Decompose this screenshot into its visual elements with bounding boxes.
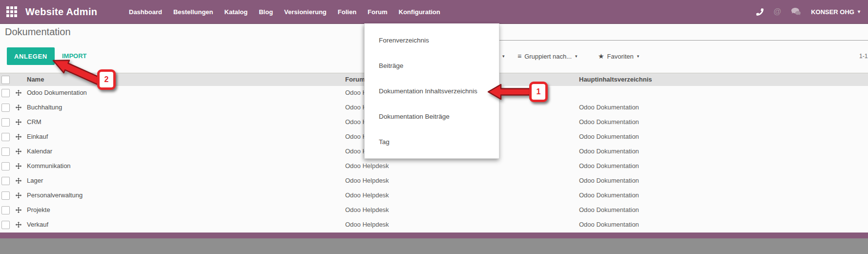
row-checkbox[interactable] <box>1 177 10 185</box>
drag-handle-icon[interactable] <box>15 163 22 169</box>
row-checkbox[interactable] <box>1 89 10 97</box>
cell-name: Buchhaltung <box>27 100 62 115</box>
cell-name: Lager <box>27 173 43 188</box>
row-checkbox[interactable] <box>1 104 10 112</box>
menu-lines-icon: ≡ <box>517 52 521 60</box>
main-nav: DashboardBestellungenKatalogBlogVersioni… <box>129 0 440 23</box>
table-row[interactable]: Personalverwaltung Odoo Helpdesk Odoo Do… <box>0 188 868 203</box>
forum-dropdown-menu: ForenverzeichnisBeiträgeDokumentation In… <box>364 23 499 159</box>
cell-name: Kalendar <box>27 144 52 159</box>
row-checkbox[interactable] <box>1 191 10 200</box>
table-row[interactable]: Lager Odoo Helpdesk Odoo Dokumentation <box>0 173 868 188</box>
cell-main-toc: Odoo Dokumentation <box>579 100 639 115</box>
cell-forum: Odoo Helpdesk <box>345 159 389 173</box>
cell-forum: Odoo Helpdesk <box>345 173 389 188</box>
cell-main-toc: Odoo Dokumentation <box>579 144 639 159</box>
cell-main-toc: Odoo Dokumentation <box>579 203 639 217</box>
cell-name: Odoo Dokumentation <box>27 85 87 100</box>
drag-handle-icon[interactable] <box>15 192 22 199</box>
menu-item-dokumentation-inhaltsverzeichnis[interactable]: Dokumentation Inhaltsverzeichnis <box>365 78 499 104</box>
chevron-down-icon: ▾ <box>637 54 640 59</box>
menu-item-tag[interactable]: Tag <box>365 129 499 154</box>
column-header-main-toc[interactable]: Hauptinhaltsverzeichnis <box>579 73 652 86</box>
menu-item-beitr-ge[interactable]: Beiträge <box>365 53 499 78</box>
nav-item-bestellungen[interactable]: Bestellungen <box>173 8 213 16</box>
menu-item-forenverzeichnis[interactable]: Forenverzeichnis <box>365 27 499 53</box>
row-checkbox[interactable] <box>1 206 10 214</box>
drag-handle-icon[interactable] <box>15 221 22 228</box>
row-checkbox[interactable] <box>1 118 10 127</box>
table-row[interactable]: Kommunikation Odoo Helpdesk Odoo Dokumen… <box>0 159 868 173</box>
search-input[interactable] <box>434 23 868 41</box>
import-link[interactable]: IMPORT <box>62 52 87 60</box>
nav-item-dashboard[interactable]: Dashboard <box>129 8 162 16</box>
drag-handle-icon[interactable] <box>15 148 22 155</box>
cell-name: Kommunikation <box>27 159 71 173</box>
chevron-down-icon: ▾ <box>858 9 860 14</box>
grid-3x3-icon <box>6 6 17 17</box>
navbar-right-controls: @ KONSER OHG ▾ <box>756 0 860 23</box>
row-checkbox[interactable] <box>1 162 10 170</box>
nav-item-katalog[interactable]: Katalog <box>225 8 248 16</box>
drag-handle-icon[interactable] <box>15 177 22 184</box>
cell-main-toc: Odoo Dokumentation <box>579 115 639 129</box>
drag-handle-icon[interactable] <box>15 89 22 96</box>
row-checkbox[interactable] <box>1 133 10 141</box>
cell-forum: Odoo Helpdesk <box>345 203 389 217</box>
favorites-dropdown[interactable]: ★ Favoriten ▾ <box>598 50 639 62</box>
group-by-dropdown[interactable]: ≡ Gruppiert nach... ▾ <box>517 50 578 62</box>
cell-name: Projekte <box>27 203 50 217</box>
cell-name: Personalverwaltung <box>27 188 83 203</box>
nav-item-versionierung[interactable]: Versionierung <box>284 8 327 16</box>
create-button[interactable]: ANLEGEN <box>7 47 55 65</box>
chat-messages-icon[interactable] <box>791 8 801 16</box>
cell-name: Einkauf <box>27 129 48 144</box>
nav-item-forum[interactable]: Forum <box>368 8 387 16</box>
cell-forum: Odoo Helpdesk <box>345 188 389 203</box>
nav-item-blog[interactable]: Blog <box>259 8 273 16</box>
cell-main-toc: Odoo Dokumentation <box>579 129 639 144</box>
drag-handle-icon[interactable] <box>15 133 22 140</box>
company-name: KONSER OHG <box>811 8 854 16</box>
cell-main-toc: Odoo Dokumentation <box>579 188 639 203</box>
table-row[interactable]: Projekte Odoo Helpdesk Odoo Dokumentatio… <box>0 203 868 217</box>
column-header-forum[interactable]: Forum <box>345 73 365 86</box>
table-row[interactable]: Verkauf Odoo Helpdesk Odoo Dokumentation <box>0 217 868 232</box>
filters-dropdown-caret[interactable]: ▾ <box>499 50 505 62</box>
mentions-at-icon[interactable]: @ <box>774 7 782 16</box>
app-brand-title[interactable]: Website Admin <box>25 0 97 23</box>
cell-main-toc: Odoo Dokumentation <box>579 159 639 173</box>
drag-handle-icon[interactable] <box>15 119 22 126</box>
phone-icon[interactable] <box>756 8 764 16</box>
column-header-name[interactable]: Name <box>27 73 44 86</box>
cell-forum: Odoo Helpdesk <box>345 217 389 232</box>
drag-handle-icon[interactable] <box>15 207 22 213</box>
group-by-label: Gruppiert nach... <box>524 53 572 60</box>
cell-name: CRM <box>27 115 41 129</box>
page-title: Dokumentation <box>5 26 71 38</box>
cell-name: Verkauf <box>27 217 48 232</box>
pager-range: 1-1 <box>859 53 868 60</box>
nav-item-konfiguration[interactable]: Konfiguration <box>399 8 440 16</box>
drag-handle-icon[interactable] <box>15 104 22 111</box>
menu-item-dokumentation-beitr-ge[interactable]: Dokumentation Beiträge <box>365 104 499 129</box>
app-window: Website Admin DashboardBestellungenKatal… <box>0 0 868 254</box>
user-company-menu[interactable]: KONSER OHG ▾ <box>811 8 860 16</box>
cell-main-toc: Odoo Dokumentation <box>579 217 639 232</box>
select-all-checkbox[interactable] <box>1 76 10 84</box>
chevron-down-icon: ▾ <box>502 54 505 59</box>
apps-grid-icon[interactable] <box>6 6 17 17</box>
top-navbar: Website Admin DashboardBestellungenKatal… <box>0 0 868 24</box>
footer-area <box>0 238 868 254</box>
chevron-down-icon: ▾ <box>575 54 578 59</box>
favorites-label: Favoriten <box>607 53 634 60</box>
row-checkbox[interactable] <box>1 221 10 229</box>
cell-main-toc: Odoo Dokumentation <box>579 173 639 188</box>
nav-item-folien[interactable]: Folien <box>338 8 356 16</box>
footer-accent-strip <box>0 233 868 238</box>
star-icon: ★ <box>598 52 604 60</box>
row-checkbox[interactable] <box>1 148 10 156</box>
